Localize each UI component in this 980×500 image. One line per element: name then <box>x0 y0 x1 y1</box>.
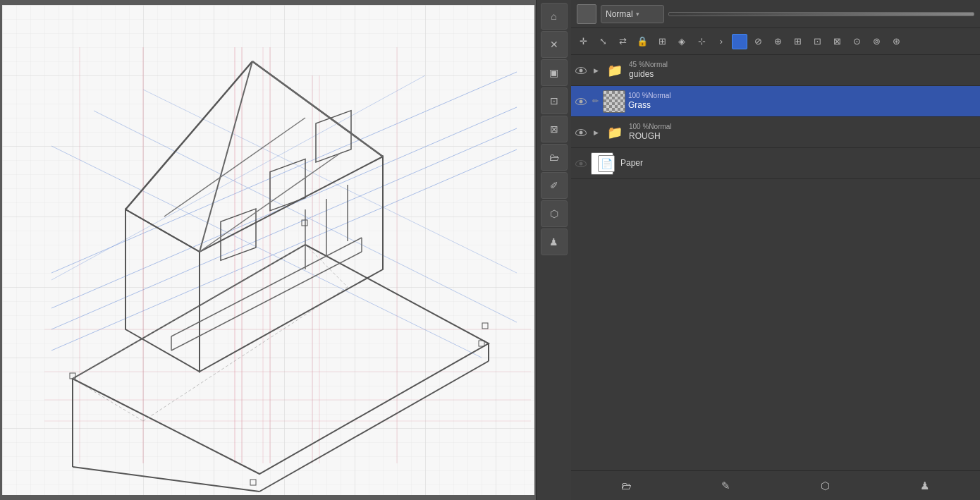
new-layer-button[interactable]: ✎ <box>714 474 738 498</box>
folder-add-icon: 🗁 <box>549 152 559 163</box>
chevron-right-button[interactable]: › <box>712 32 730 51</box>
add-layer-icon: ⊕ <box>774 36 782 47</box>
expand-icon: ▶ <box>594 129 599 136</box>
new-group-icon: ⬡ <box>821 480 830 492</box>
layer-visibility-toggle[interactable] <box>574 126 588 140</box>
layer-row[interactable]: 📄 Paper <box>571 148 980 179</box>
layer-name: Grass <box>628 100 977 111</box>
blend-mode-label: Normal <box>606 9 633 19</box>
layer-thumbnail: 📁 <box>604 121 626 144</box>
active-color-swatch[interactable] <box>732 34 747 49</box>
flip-icon: ⇄ <box>619 36 627 47</box>
import-icon: ⊚ <box>873 36 881 47</box>
select-all-button[interactable]: ⊘ <box>749 32 767 51</box>
folder-add-button[interactable]: 🗁 <box>541 144 568 171</box>
group-icon: ⬡ <box>550 208 558 219</box>
lock-button[interactable]: 🔒 <box>633 32 651 51</box>
new-figure-icon: ♟ <box>920 480 929 492</box>
duplicate-icon: ⊞ <box>794 36 802 47</box>
eye-icon <box>575 98 587 105</box>
layer-row[interactable]: ▶ 📁 100 %Normal ROUGH <box>571 117 980 148</box>
folder-icon: 📁 <box>607 63 623 78</box>
pencil-icon: ✏ <box>592 97 599 106</box>
select-button[interactable]: ▣ <box>541 59 568 86</box>
duplicate-button[interactable]: ⊞ <box>788 32 807 51</box>
blend-mode-dropdown[interactable]: Normal ▾ <box>601 5 664 23</box>
export-button[interactable]: ⊙ <box>847 32 866 51</box>
layer-info: 45 %Normal guides <box>629 61 977 80</box>
eye-icon <box>575 160 587 167</box>
layer-opacity-mode: 100 %Normal <box>629 123 977 131</box>
expand-icon: ▶ <box>594 67 599 74</box>
layers-bottom-toolbar: 🗁 ✎ ⬡ ♟ <box>571 470 980 500</box>
figure-button[interactable]: ♟ <box>541 228 568 255</box>
adjust-button[interactable]: ⊹ <box>692 32 711 51</box>
new-folder-button[interactable]: 🗁 <box>615 474 639 498</box>
combine-button[interactable]: ⊞ <box>653 32 671 51</box>
settings-layer-icon: ⊛ <box>893 36 900 47</box>
move-icon: ✛ <box>580 36 587 47</box>
add-layer-button[interactable]: ⊕ <box>768 32 787 51</box>
canvas-area <box>0 0 536 500</box>
lasso-icon: ⊡ <box>550 95 558 106</box>
layer-opacity-mode: 45 %Normal <box>629 61 977 69</box>
layer-visibility-toggle[interactable] <box>574 94 588 109</box>
home-icon: ⌂ <box>551 11 556 22</box>
layers-toolbar: ✛ ⤡ ⇄ 🔒 ⊞ ◈ ⊹ › <box>571 28 980 55</box>
chevron-right-icon: › <box>720 36 723 47</box>
opacity-slider[interactable] <box>668 12 974 16</box>
select-icon: ▣ <box>549 67 558 78</box>
layer-row[interactable]: ▶ 📁 45 %Normal guides <box>571 55 980 86</box>
edit-icon: ✐ <box>550 180 558 191</box>
new-figure-button[interactable]: ♟ <box>913 474 937 498</box>
layer-thumbnail <box>603 90 625 113</box>
new-folder-icon: 🗁 <box>621 480 632 492</box>
edit-button[interactable]: ✐ <box>541 172 568 199</box>
drawing-canvas[interactable] <box>2 5 534 495</box>
import-button[interactable]: ⊚ <box>867 32 886 51</box>
close-button[interactable]: ✕ <box>541 31 568 58</box>
figure-icon: ♟ <box>549 236 558 248</box>
flatten-icon: ⊠ <box>833 36 841 47</box>
move-tool-button[interactable]: ✛ <box>574 32 592 51</box>
flip-tool-button[interactable]: ⇄ <box>613 32 632 51</box>
new-group-button[interactable]: ⬡ <box>814 474 838 498</box>
group-button[interactable]: ⬡ <box>541 200 568 227</box>
mode-color-swatch[interactable] <box>577 4 596 24</box>
toolbar-strip: ⌂ ✕ ▣ ⊡ ⊠ 🗁 ✐ ⬡ ♟ <box>536 0 571 500</box>
layers-list: ▶ 📁 45 %Normal guides ✏ 100 %Normal <box>571 55 980 470</box>
transform-button[interactable]: ⊠ <box>541 116 568 142</box>
layers-topbar: Normal ▾ <box>571 0 980 28</box>
layer-expand-toggle[interactable]: ▶ <box>591 128 601 138</box>
filter-button[interactable]: ◈ <box>673 32 691 51</box>
lock-icon: 🔒 <box>637 36 648 47</box>
paper-icon: 📄 <box>601 158 613 169</box>
layer-visibility-toggle[interactable] <box>574 157 588 171</box>
merge-button[interactable]: ⊡ <box>808 32 826 51</box>
flatten-button[interactable]: ⊠ <box>828 32 846 51</box>
layer-visibility-toggle[interactable] <box>574 63 588 78</box>
layer-info: 100 %Normal Grass <box>628 92 977 111</box>
merge-icon: ⊡ <box>814 36 821 47</box>
layer-thumbnail: 📁 <box>604 59 626 82</box>
layers-panel: Normal ▾ ✛ ⤡ ⇄ 🔒 ⊞ ◈ <box>571 0 980 500</box>
home-button[interactable]: ⌂ <box>541 3 568 30</box>
layer-name: Paper <box>620 158 977 169</box>
lasso-button[interactable]: ⊡ <box>541 87 568 114</box>
layer-info: Paper <box>620 158 977 169</box>
eye-icon <box>575 67 587 74</box>
svg-rect-2 <box>2 5 534 495</box>
layer-expand-toggle[interactable]: ▶ <box>591 66 601 75</box>
eye-icon <box>575 129 587 136</box>
chevron-down-icon: ▾ <box>636 11 639 18</box>
right-panel: ⌂ ✕ ▣ ⊡ ⊠ 🗁 ✐ ⬡ ♟ Norma <box>536 0 980 500</box>
export-icon: ⊙ <box>853 36 861 47</box>
settings-layer-button[interactable]: ⊛ <box>887 32 905 51</box>
layer-row[interactable]: ✏ 100 %Normal Grass <box>571 86 980 117</box>
select-all-icon: ⊘ <box>754 36 762 47</box>
adjust-icon: ⊹ <box>698 36 706 47</box>
transform-tool-icon: ⤡ <box>599 36 607 47</box>
combine-icon: ⊞ <box>659 36 666 47</box>
transform-tool-button[interactable]: ⤡ <box>594 32 612 51</box>
layer-name: ROUGH <box>629 131 977 142</box>
